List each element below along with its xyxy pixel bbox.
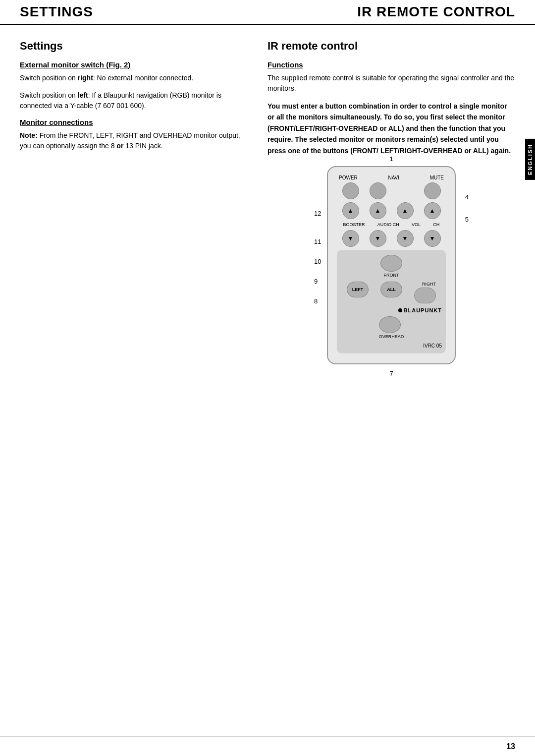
monitor-connections-subtitle: Monitor connections <box>20 118 248 126</box>
note-bold: Note: <box>20 131 38 139</box>
right-button[interactable] <box>414 288 436 303</box>
audioch-up-button[interactable] <box>370 202 386 219</box>
header-left-title: SETTINGS <box>20 4 268 20</box>
overhead-button[interactable] <box>379 316 401 333</box>
footer: 13 <box>0 737 535 756</box>
callout-8: 8 <box>314 297 318 305</box>
functions-text: The supplied remote control is suitable … <box>268 73 515 94</box>
english-tab: ENGLISH <box>525 139 535 180</box>
arrow-down-row <box>337 230 446 247</box>
remote-model: IVRC 05 <box>341 343 442 349</box>
ir-remote-section-title: IR remote control <box>268 40 515 53</box>
callout-9: 9 <box>314 278 318 285</box>
left-column: Settings External monitor switch (Fig. 2… <box>20 40 248 697</box>
functions-subtitle: Functions <box>268 60 515 69</box>
blaupunkt-brand: BLAUPUNKT <box>341 307 442 313</box>
monitor-connections-text: Note: From the FRONT, LEFT, RIGHT and OV… <box>20 130 248 151</box>
left-button[interactable]: LEFT <box>347 282 369 297</box>
ch-label: CH <box>433 222 439 227</box>
external-monitor-text1: Switch position on right: No external mo… <box>20 73 248 83</box>
header: SETTINGS IR REMOTE CONTROL <box>0 0 535 25</box>
overhead-row: OVERHEAD <box>341 316 442 339</box>
front-button[interactable] <box>380 255 402 272</box>
ch-up-button[interactable] <box>424 202 441 219</box>
callout-7: 7 <box>389 370 393 377</box>
page-number: 13 <box>506 742 515 751</box>
right-label: RIGHT <box>414 282 436 287</box>
booster-down-button[interactable] <box>342 230 359 247</box>
left-all-right-row: LEFT ALL RIGHT <box>341 282 442 303</box>
top-button-row <box>337 182 446 199</box>
callout-12: 12 <box>314 210 321 217</box>
bold-block: You must enter a button combination in o… <box>268 101 515 156</box>
all-button[interactable]: ALL <box>380 282 402 297</box>
header-right-title: IR REMOTE CONTROL <box>268 4 515 20</box>
booster-label: BOOSTER <box>343 222 365 227</box>
right-column: ENGLISH IR remote control Functions The … <box>268 40 515 697</box>
middle-labels: BOOSTER AUDIO CH VOL CH <box>337 222 446 227</box>
remote-lower-section: FRONT LEFT ALL <box>337 250 446 353</box>
arrow-up-row <box>337 202 446 219</box>
external-monitor-text2: Switch position on left: If a Blaupunkt … <box>20 90 248 111</box>
blaupunkt-text: BLAUPUNKT <box>404 307 442 313</box>
power-button[interactable] <box>342 182 359 199</box>
callout-4: 4 <box>465 193 469 201</box>
callout-11: 11 <box>314 238 321 245</box>
mute-label: MUTE <box>430 175 444 180</box>
remote-top-labels: POWER NAVI MUTE <box>337 175 446 180</box>
navi-button[interactable] <box>370 182 386 199</box>
vol-down-button[interactable] <box>397 230 414 247</box>
callout-5: 5 <box>465 216 469 223</box>
front-row: FRONT <box>341 255 442 278</box>
ch-down-button[interactable] <box>424 230 441 247</box>
left-bold: left <box>78 91 88 99</box>
left-label: LEFT <box>352 287 364 292</box>
callout-1: 1 <box>389 155 393 163</box>
blaupunkt-dot <box>398 308 402 312</box>
audioch-down-button[interactable] <box>370 230 386 247</box>
vol-label: VOL <box>412 222 421 227</box>
audioch-label: AUDIO CH <box>377 222 399 227</box>
remote-wrapper: 1 4 5 12 11 10 9 8 POWER <box>327 166 456 364</box>
right-bold: right <box>78 74 93 82</box>
overhead-label: OVERHEAD <box>379 334 404 339</box>
front-label: FRONT <box>380 273 402 278</box>
settings-section-title: Settings <box>20 40 248 53</box>
remote-illustration: 1 4 5 12 11 10 9 8 POWER <box>268 166 515 364</box>
external-monitor-subtitle: External monitor switch (Fig. 2) <box>20 60 248 69</box>
vol-up-button[interactable] <box>397 202 414 219</box>
mute-button[interactable] <box>424 182 441 199</box>
or-bold: or <box>116 142 123 150</box>
all-label: ALL <box>387 287 396 292</box>
main-content: Settings External monitor switch (Fig. 2… <box>0 25 535 716</box>
callout-10: 10 <box>314 258 321 265</box>
power-label: POWER <box>339 175 358 180</box>
navi-label: NAVI <box>388 175 399 180</box>
remote-body: POWER NAVI MUTE <box>327 166 456 364</box>
booster-up-button[interactable] <box>342 202 359 219</box>
